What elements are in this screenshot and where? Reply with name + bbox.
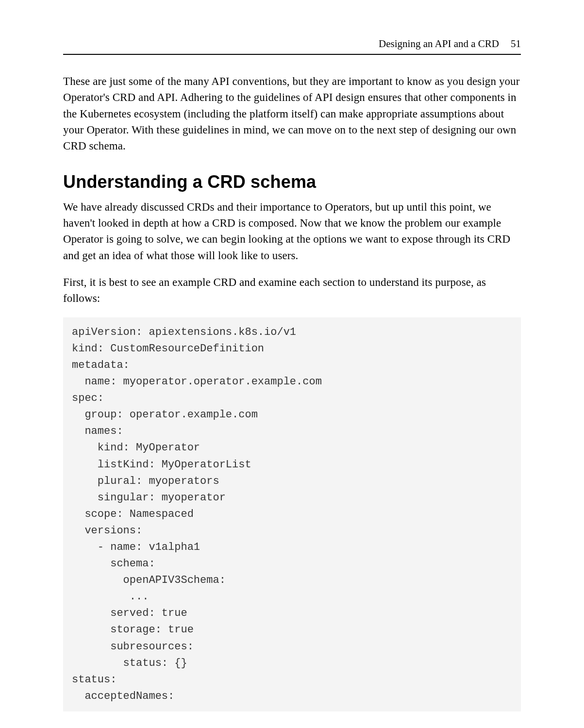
intro-paragraph: These are just some of the many API conv…	[63, 73, 521, 154]
body-paragraph-2: First, it is best to see an example CRD …	[63, 274, 521, 307]
running-header-title: Designing an API and a CRD	[379, 38, 499, 50]
crd-example-code: apiVersion: apiextensions.k8s.io/v1 kind…	[63, 317, 521, 711]
page-number: 51	[511, 38, 521, 50]
section-heading: Understanding a CRD schema	[63, 172, 521, 192]
body-paragraph-1: We have already discussed CRDs and their…	[63, 199, 521, 264]
running-header: Designing an API and a CRD 51	[63, 38, 521, 55]
page: Designing an API and a CRD 51 These are …	[0, 0, 584, 728]
